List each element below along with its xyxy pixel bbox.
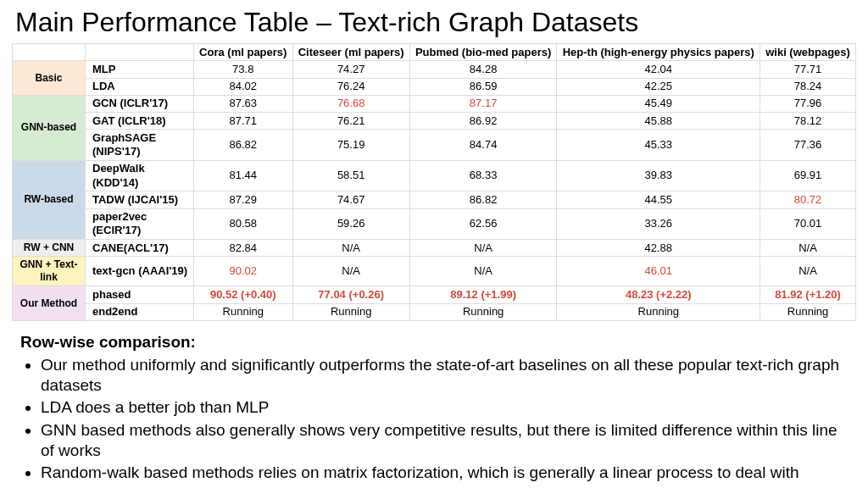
header-row: Cora (ml papers) Citeseer (ml papers) Pu… <box>13 44 856 61</box>
group-label: GNN + Text-link <box>13 257 86 286</box>
performance-table: Cora (ml papers) Citeseer (ml papers) Pu… <box>12 43 856 321</box>
value-cell: 82.84 <box>194 240 293 257</box>
value-cell: 73.8 <box>194 61 293 78</box>
value-cell: 74.67 <box>292 191 409 208</box>
method-cell: paper2vec (ECIR'17) <box>86 208 194 240</box>
value-cell: 80.72 <box>760 191 856 208</box>
value-cell: N/A <box>292 257 409 286</box>
value-cell: N/A <box>760 257 856 286</box>
value-cell: Running <box>194 303 293 320</box>
value-cell: 33.26 <box>557 208 760 240</box>
value-cell: 75.19 <box>292 130 409 161</box>
value-cell: 86.82 <box>409 191 557 208</box>
value-cell: Running <box>557 303 760 320</box>
table-row: RW-basedDeepWalk (KDD'14)81.4458.5168.33… <box>13 160 856 191</box>
table-row: GAT (ICLR'18)87.7176.2186.9245.8878.12 <box>13 113 856 130</box>
value-cell: 78.12 <box>760 113 856 130</box>
list-item: GNN based methods also generally shows v… <box>41 420 848 462</box>
table-row: end2endRunningRunningRunningRunningRunni… <box>13 303 856 320</box>
value-cell: 42.25 <box>557 78 760 95</box>
table-row: BasicMLP73.874.2784.2842.0477.71 <box>13 61 856 78</box>
table-row: RW + CNNCANE(ACL'17)82.84N/AN/A42.88N/A <box>13 240 856 257</box>
value-cell: 77.71 <box>760 61 856 78</box>
list-item: Random-walk based methods relies on matr… <box>41 463 848 488</box>
comparison-list: Our method uniformly and significantly o… <box>20 355 848 488</box>
value-cell: N/A <box>409 257 557 286</box>
group-label: GNN-based <box>13 95 86 160</box>
table-row: paper2vec (ECIR'17)80.5859.2662.5633.267… <box>13 208 856 240</box>
value-cell: 80.58 <box>194 208 293 240</box>
table-row: Our Methodphased90.52 (+0.40)77.04 (+0.2… <box>13 286 856 303</box>
value-cell: 90.52 (+0.40) <box>194 286 293 303</box>
value-cell: 77.04 (+0.26) <box>292 286 409 303</box>
slide-title: Main Performance Table – Text-rich Graph… <box>0 0 868 43</box>
value-cell: 84.74 <box>409 130 557 161</box>
value-cell: 62.56 <box>409 208 557 240</box>
col-wiki: wiki (webpages) <box>760 44 856 61</box>
value-cell: 69.91 <box>760 160 856 191</box>
value-cell: 87.71 <box>194 113 293 130</box>
value-cell: 89.12 (+1.99) <box>409 286 557 303</box>
value-cell: Running <box>760 303 856 320</box>
method-cell: MLP <box>86 61 194 78</box>
value-cell: 84.02 <box>194 78 293 95</box>
col-pubmed: Pubmed (bio-med papers) <box>409 44 557 61</box>
table-row: TADW (IJCAI'15)87.2974.6786.8244.5580.72 <box>13 191 856 208</box>
list-item: Our method uniformly and significantly o… <box>41 355 848 396</box>
value-cell: 77.96 <box>760 95 856 112</box>
list-item: LDA does a better job than MLP <box>41 397 848 418</box>
value-cell: 87.63 <box>194 95 293 112</box>
value-cell: 87.29 <box>194 191 293 208</box>
value-cell: 42.04 <box>557 61 760 78</box>
method-cell: DeepWalk (KDD'14) <box>86 160 194 191</box>
value-cell: N/A <box>760 240 856 257</box>
value-cell: 68.33 <box>409 160 557 191</box>
method-cell: CANE(ACL'17) <box>86 240 194 257</box>
method-cell: end2end <box>86 303 194 320</box>
method-cell: GraphSAGE (NIPS'17) <box>86 130 194 161</box>
group-label: Our Method <box>13 286 86 321</box>
value-cell: 45.88 <box>557 113 760 130</box>
value-cell: 58.51 <box>292 160 409 191</box>
value-cell: 77.36 <box>760 130 856 161</box>
value-cell: N/A <box>409 240 557 257</box>
col-citeseer: Citeseer (ml papers) <box>292 44 409 61</box>
value-cell: 76.68 <box>292 95 409 112</box>
comparison-block: Row-wise comparison: Our method uniforml… <box>0 321 868 488</box>
value-cell: 70.01 <box>760 208 856 240</box>
group-label: Basic <box>13 61 86 96</box>
value-cell: Running <box>292 303 409 320</box>
value-cell: 74.27 <box>292 61 409 78</box>
value-cell: 86.92 <box>409 113 557 130</box>
value-cell: 76.21 <box>292 113 409 130</box>
value-cell: 78.24 <box>760 78 856 95</box>
value-cell: Running <box>409 303 557 320</box>
method-cell: GAT (ICLR'18) <box>86 113 194 130</box>
comparison-heading: Row-wise comparison: <box>20 333 848 352</box>
group-label: RW-based <box>13 160 86 239</box>
value-cell: 42.88 <box>557 240 760 257</box>
value-cell: N/A <box>292 240 409 257</box>
table-row: LDA84.0276.2486.5942.2578.24 <box>13 78 856 95</box>
value-cell: 45.33 <box>557 130 760 161</box>
value-cell: 45.49 <box>557 95 760 112</box>
value-cell: 44.55 <box>557 191 760 208</box>
method-cell: text-gcn (AAAI'19) <box>86 257 194 286</box>
col-cora: Cora (ml papers) <box>194 44 293 61</box>
method-cell: LDA <box>86 78 194 95</box>
value-cell: 86.82 <box>194 130 293 161</box>
value-cell: 81.92 (+1.20) <box>760 286 856 303</box>
value-cell: 81.44 <box>194 160 293 191</box>
method-cell: TADW (IJCAI'15) <box>86 191 194 208</box>
table-row: GNN-basedGCN (ICLR'17)87.6376.6887.1745.… <box>13 95 856 112</box>
table-row: GraphSAGE (NIPS'17)86.8275.1984.7445.337… <box>13 130 856 161</box>
value-cell: 59.26 <box>292 208 409 240</box>
group-label: RW + CNN <box>13 240 86 257</box>
value-cell: 87.17 <box>409 95 557 112</box>
value-cell: 48.23 (+2.22) <box>557 286 760 303</box>
value-cell: 76.24 <box>292 78 409 95</box>
value-cell: 39.83 <box>557 160 760 191</box>
value-cell: 90.02 <box>194 257 293 286</box>
col-hepth: Hep-th (high-energy physics papers) <box>557 44 760 61</box>
method-cell: phased <box>86 286 194 303</box>
